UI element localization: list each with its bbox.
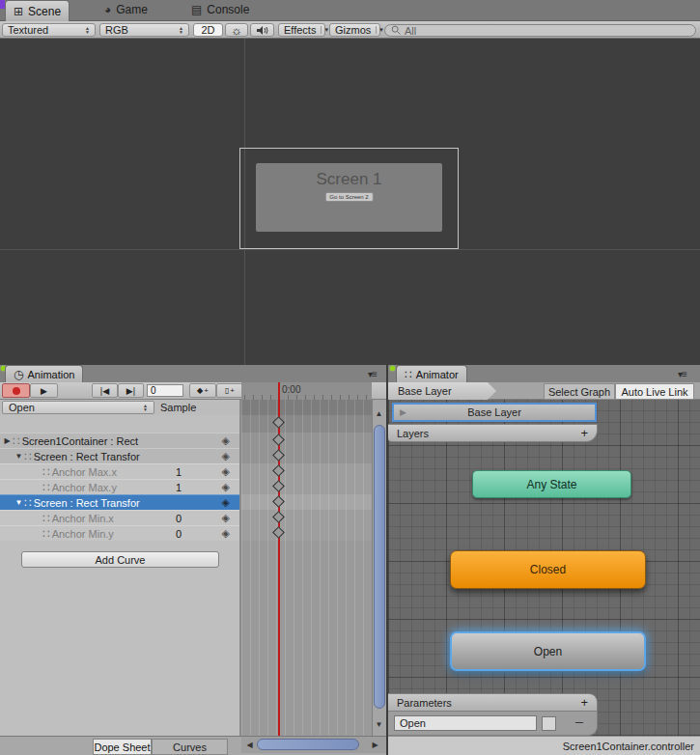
tab-scene-label: Scene: [28, 5, 61, 18]
row-anchor-max-y[interactable]: ∷ Anchor Max.y 1 ◈: [0, 479, 239, 494]
row-anchor-min-x[interactable]: ∷ Anchor Min.x 0 ◈: [0, 510, 239, 525]
audio-toggle-button[interactable]: [250, 23, 274, 37]
tab-scene[interactable]: ⊞ Scene: [5, 0, 70, 21]
rect-transform-icon: ∷: [24, 450, 32, 463]
gizmos-dropdown[interactable]: Gizmos ▾: [329, 23, 380, 37]
animator-icon: ∷: [405, 368, 412, 381]
tab-animation-label: Animation: [27, 369, 74, 380]
tab-game[interactable]: ◕ Game: [104, 3, 148, 16]
parameters-body: Open –: [388, 712, 598, 736]
curves-button[interactable]: Curves: [152, 739, 228, 755]
keyframe-diamond-icon[interactable]: ◈: [222, 527, 230, 540]
sample-label: Sample: [160, 402, 196, 413]
row-anchor-min-y[interactable]: ∷ Anchor Min.y 0 ◈: [0, 525, 239, 541]
previous-key-button[interactable]: |◀: [92, 383, 118, 398]
keyframe-diamond-icon[interactable]: ◈: [222, 496, 230, 509]
keyframe-diamond-icon[interactable]: ◈: [222, 434, 230, 447]
live-indicator-dot: [390, 366, 395, 371]
channels-dropdown[interactable]: RGB ▲▼: [99, 23, 189, 37]
row-screen1container-rect[interactable]: ▶ ∷ Screen1Container : Rect ◈: [0, 433, 239, 448]
state-open-selected[interactable]: Open: [450, 631, 646, 671]
add-curve-button[interactable]: Add Curve: [21, 551, 219, 568]
add-event-button[interactable]: ▯ +: [216, 383, 243, 398]
auto-live-link-button[interactable]: Auto Live Link: [615, 383, 694, 400]
scroll-down-icon[interactable]: ▼: [373, 720, 385, 729]
animation-panel-menu-icon[interactable]: ▾≡: [368, 369, 377, 379]
effects-dropdown[interactable]: Effects ▾: [278, 23, 325, 37]
frame-value: 0: [151, 385, 156, 396]
foldout-open-icon[interactable]: ▼: [14, 498, 24, 507]
parameter-bool-checkbox[interactable]: [542, 716, 556, 731]
previous-key-icon: |◀: [100, 386, 109, 396]
keyframe-diamond-icon[interactable]: ◈: [222, 512, 230, 524]
chevron-down-icon: ▾: [321, 26, 328, 34]
clip-dropdown-label: Open: [9, 402, 35, 413]
clip-dropdown[interactable]: Open ▲▼: [2, 401, 154, 414]
keyframe-diamond-icon[interactable]: ◈: [222, 450, 230, 462]
scroll-up-icon[interactable]: ▲: [373, 409, 385, 418]
tab-animation[interactable]: ◷ Animation: [5, 365, 83, 382]
parameter-name-field[interactable]: Open: [394, 715, 537, 731]
add-parameter-icon[interactable]: +: [580, 695, 588, 710]
screen1-panel[interactable]: Screen 1 Go to Screen 2: [256, 163, 442, 232]
chevron-down-icon: ▾: [376, 26, 383, 34]
state-any-state[interactable]: Any State: [472, 470, 631, 498]
row-screen-recttransform-1[interactable]: ▼ ∷ Screen : Rect Transfor ◈: [0, 448, 239, 463]
timeline-track-row: [241, 433, 372, 463]
timeline-ruler[interactable]: 0:00: [241, 382, 372, 400]
property-label: Screen : Rect Transfor: [34, 451, 140, 462]
tab-console-label: Console: [207, 3, 249, 16]
scroll-left-icon[interactable]: ◀: [243, 741, 256, 749]
next-key-button[interactable]: ▶|: [118, 383, 144, 398]
keyframe-diamond-icon[interactable]: ◈: [222, 465, 230, 478]
foldout-closed-icon[interactable]: ▶: [2, 436, 13, 445]
animation-clip-bar: Open ▲▼ Sample 60: [0, 400, 241, 415]
property-label: Anchor Min.x: [52, 513, 114, 524]
go-to-screen2-button[interactable]: Go to Screen 2: [324, 192, 373, 202]
breadcrumb-base-layer[interactable]: Base Layer: [388, 382, 496, 400]
property-label: Anchor Max.y: [52, 482, 117, 493]
vertical-scroll-thumb[interactable]: [374, 425, 385, 709]
add-keyframe-button[interactable]: ◆ +: [189, 383, 216, 398]
state-closed[interactable]: Closed: [450, 550, 646, 589]
tab-console[interactable]: ▤ Console: [191, 3, 249, 16]
property-label: Anchor Min.y: [52, 528, 114, 540]
remove-parameter-icon[interactable]: –: [575, 713, 583, 729]
base-layer-item[interactable]: ▶ Base Layer: [392, 403, 597, 422]
timeline-track-row: [241, 463, 372, 494]
controller-path-label: Screen1Container.controller: [563, 741, 694, 752]
row-screen-recttransform-2-selected[interactable]: ▼ ∷ Screen : Rect Transfor ◈: [0, 494, 239, 510]
channels-dropdown-label: RGB: [105, 24, 128, 36]
horizontal-scroll-thumb[interactable]: [257, 739, 359, 750]
add-layer-icon[interactable]: +: [580, 426, 588, 440]
shading-dropdown[interactable]: Textured ▲▼: [2, 23, 96, 37]
tab-animator[interactable]: ∷ Animator: [396, 365, 467, 382]
keyframe-diamond-icon[interactable]: ◈: [222, 481, 230, 493]
2d-toggle-button[interactable]: 2D: [193, 23, 223, 37]
timeline-vertical-scrollbar[interactable]: ▲ ▼: [372, 400, 386, 736]
move-tool-icon: ∷: [24, 496, 32, 510]
select-graph-button[interactable]: Select Graph: [544, 383, 615, 400]
record-button[interactable]: [2, 383, 30, 398]
game-icon: ◕: [104, 3, 111, 16]
timeline-track-row-selected: [241, 494, 372, 510]
scroll-right-icon[interactable]: ▶: [369, 741, 381, 749]
scene-search-input[interactable]: All: [384, 24, 696, 37]
timeline-time-label: 0:00: [282, 384, 300, 395]
layers-header[interactable]: Layers +: [388, 424, 598, 442]
scene-gridline-horizontal: [0, 249, 700, 250]
row-anchor-max-x[interactable]: ∷ Anchor Max.x 1 ◈: [0, 463, 239, 479]
property-label: Screen : Rect Transfor: [34, 497, 140, 509]
gizmos-label: Gizmos: [335, 24, 371, 36]
timeline-summary-track: [241, 415, 372, 433]
dope-sheet-button[interactable]: Dope Sheet: [93, 739, 152, 755]
foldout-open-icon[interactable]: ▼: [14, 452, 24, 461]
play-button[interactable]: ▶: [30, 383, 58, 398]
lighting-toggle-button[interactable]: ☼: [225, 23, 248, 37]
dropdown-arrows-icon: ▲▼: [143, 404, 148, 411]
timeline-horizontal-scrollbar[interactable]: ◀ ▶: [241, 737, 386, 753]
top-tab-strip: ⊞ Scene ◕ Game ▤ Console: [0, 0, 700, 21]
parameters-header[interactable]: Parameters +: [388, 693, 598, 712]
frame-field[interactable]: 0: [147, 384, 183, 397]
animator-panel-menu-icon[interactable]: ▾≡: [678, 369, 686, 379]
